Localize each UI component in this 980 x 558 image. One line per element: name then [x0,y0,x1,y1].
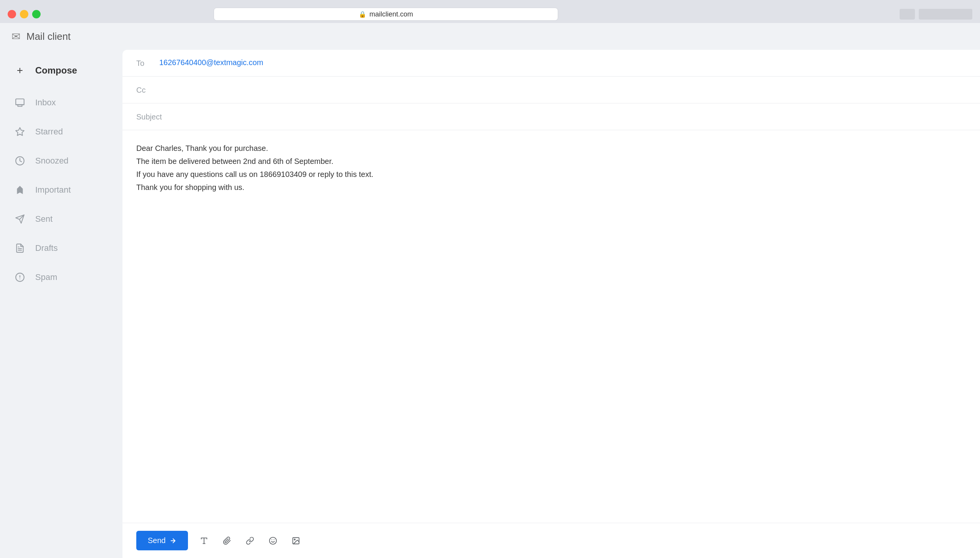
body-line-3: If you have any questions call us on 186… [136,168,966,181]
sidebar-item-inbox[interactable]: Inbox [0,88,123,117]
image-toolbar-btn[interactable] [289,534,303,548]
sidebar-compose-label: Compose [35,65,77,76]
url-text: mailclient.com [370,10,413,18]
drafts-icon [14,242,26,254]
svg-point-15 [270,537,276,544]
sidebar-inbox-label: Inbox [35,98,56,108]
browser-chrome: 🔒 mailclient.com [0,0,980,23]
minimize-button[interactable] [20,10,28,18]
sent-icon [14,213,26,225]
app-container: ✉ Mail client + Compose [0,23,980,558]
browser-toolbar-btn[interactable] [900,9,915,20]
svg-rect-0 [16,99,24,105]
svg-marker-2 [16,128,24,136]
sidebar-item-compose[interactable]: + Compose [0,56,123,85]
compose-form: To 16267640400@textmagic.com Cc Subject … [123,50,980,558]
body-line-2: The item be delivered between 2nd and 6t… [136,155,966,168]
body-line-4: Thank you for shopping with us. [136,181,966,194]
inbox-icon [14,97,26,109]
main-layout: + Compose Inbox [0,50,980,558]
to-email[interactable]: 16267640400@textmagic.com [159,58,966,67]
compose-toolbar: Send [123,523,980,558]
sidebar-starred-label: Starred [35,127,63,137]
send-button-label: Send [148,536,166,545]
cc-label: Cc [136,85,159,95]
sidebar-important-label: Important [35,185,71,195]
svg-point-19 [294,539,295,540]
sidebar: + Compose Inbox [0,50,123,558]
sidebar-drafts-label: Drafts [35,243,58,253]
sidebar-item-snoozed[interactable]: Snoozed [0,146,123,176]
star-icon [14,126,26,138]
app-title: Mail client [26,31,71,43]
sidebar-item-sent[interactable]: Sent [0,205,123,234]
app-header: ✉ Mail client [0,23,980,50]
sidebar-item-important[interactable]: Important [0,176,123,205]
subject-label: Subject [136,112,162,121]
browser-toolbar-wide-btn[interactable] [919,9,972,20]
sidebar-item-spam[interactable]: Spam [0,263,123,292]
font-toolbar-btn[interactable] [197,534,211,548]
svg-marker-4 [17,186,23,194]
sidebar-sent-label: Sent [35,214,52,224]
spam-icon [14,271,26,283]
to-label: To [136,58,159,68]
compose-plus-icon: + [14,64,26,77]
to-row: To 16267640400@textmagic.com [123,50,980,77]
link-toolbar-btn[interactable] [243,534,257,548]
sidebar-item-drafts[interactable]: Drafts [0,234,123,263]
clock-icon [14,155,26,167]
sidebar-snoozed-label: Snoozed [35,156,69,166]
body-line-1: Dear Charles, Thank you for purchase. [136,142,966,155]
close-button[interactable] [8,10,16,18]
cc-input[interactable] [159,85,966,94]
lock-icon: 🔒 [359,11,366,18]
emoji-toolbar-btn[interactable] [266,534,280,548]
traffic-lights [8,10,41,18]
maximize-button[interactable] [32,10,41,18]
content-area: To 16267640400@textmagic.com Cc Subject … [123,50,980,558]
important-icon [14,184,26,196]
sidebar-spam-label: Spam [35,272,57,282]
subject-input[interactable] [162,112,966,121]
browser-toolbar [900,9,972,20]
compose-body[interactable]: Dear Charles, Thank you for purchase. Th… [123,130,980,523]
send-arrow-icon [170,537,177,544]
address-bar[interactable]: 🔒 mailclient.com [214,8,558,21]
sidebar-item-starred[interactable]: Starred [0,117,123,146]
send-button[interactable]: Send [136,531,188,550]
attach-toolbar-btn[interactable] [220,534,234,548]
subject-row: Subject [123,103,980,130]
cc-row: Cc [123,77,980,103]
mail-app-icon: ✉ [11,30,20,43]
